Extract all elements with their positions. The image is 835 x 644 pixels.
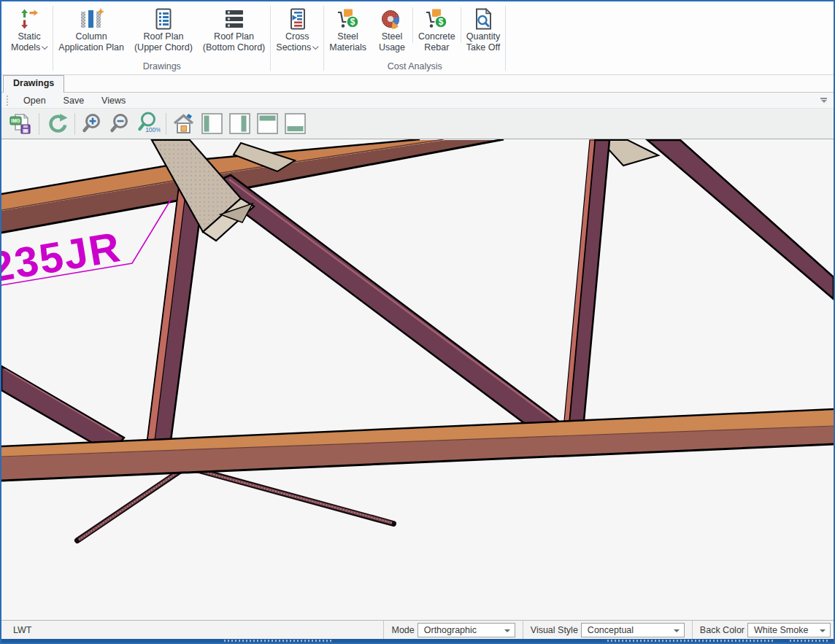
cart-dollar-icon: $ [336, 7, 360, 31]
zoom-in-button[interactable] [79, 110, 107, 138]
refresh-button[interactable] [43, 110, 71, 138]
button-label: Quantity [466, 31, 501, 42]
zoom-out-icon [109, 112, 132, 136]
steel-materials-button[interactable]: $ Steel Materials [324, 1, 372, 61]
ribbon-group-cost-analysis: $ Steel Materials [324, 1, 505, 74]
zoom-100-button[interactable]: 100% [134, 110, 162, 138]
column-application-plan-button[interactable]: Column Application Plan [53, 1, 129, 61]
ribbon-group-label [271, 61, 323, 74]
model-viewport[interactable]: 235JR [1, 139, 834, 620]
button-label: Roof Plan [214, 31, 254, 42]
chevron-down-icon [820, 629, 826, 632]
view-top-pane-icon [256, 112, 279, 135]
toolbar-separator [74, 113, 75, 135]
status-bar: LWT Mode Orthographic Visual Style Conce… [1, 620, 834, 639]
window-bottom-edge [1, 639, 834, 643]
button-label: Steel [382, 31, 403, 42]
ribbon-separator [505, 6, 506, 71]
roof-plan-bottom-chord-button[interactable]: Roof Plan (Bottom Chord) [198, 1, 270, 61]
ribbon-group-static: Static Models [6, 1, 53, 74]
dollar-glyph: $ [439, 17, 444, 27]
truss-diagonal-member [1, 366, 124, 454]
pie-chart-icon [380, 7, 404, 31]
roof-plan-upper-chord-icon [153, 7, 174, 31]
refresh-icon [45, 112, 69, 136]
view-top-pane-button[interactable] [253, 110, 281, 138]
view-left-pane-icon [201, 112, 223, 135]
zoom-100-icon: 100% [136, 112, 161, 136]
back-color-select[interactable]: White Smoke [747, 623, 831, 637]
button-label: Rebar [424, 42, 449, 53]
button-label: Cross [285, 31, 309, 42]
view-right-pane-button[interactable] [226, 110, 253, 138]
steel-usage-button[interactable]: Steel Usage [372, 1, 412, 61]
truss-vertical-member [147, 188, 204, 446]
view-left-pane-button[interactable] [198, 110, 226, 138]
ribbon: Static Models [1, 1, 834, 75]
toolbar-separator [166, 113, 166, 135]
button-label: Sections [276, 42, 311, 53]
tab-bar: Drawings [1, 75, 834, 93]
back-color-value: White Smoke [754, 625, 808, 635]
back-color-label: Back Color [697, 625, 747, 635]
cross-sections-icon [286, 7, 308, 31]
chevron-down-icon [42, 44, 47, 50]
mode-value: Orthographic [424, 625, 477, 635]
roof-plan-upper-chord-button[interactable]: Roof Plan (Upper Chord) [129, 1, 198, 61]
concrete-rebar-button[interactable]: $ Concrete Rebar [413, 1, 461, 61]
truss-drawing: 235JR [1, 139, 834, 620]
button-label: Static [18, 31, 41, 42]
export-image-button[interactable]: IMG [7, 110, 35, 138]
menu-open[interactable]: Open [15, 94, 55, 107]
menu-save[interactable]: Save [55, 94, 93, 107]
toolbar-options-arrow[interactable] [820, 98, 827, 103]
button-label: Take Off [466, 42, 500, 53]
button-label: Concrete [418, 31, 455, 42]
img-badge: IMG [11, 118, 20, 123]
bracing-rod [175, 464, 393, 524]
ribbon-group-label: Drawings [53, 61, 270, 74]
mode-select[interactable]: Orthographic [418, 623, 515, 637]
menu-bar: Open Save Views [1, 93, 834, 109]
button-label: Application Plan [58, 42, 124, 53]
chevron-down-icon [504, 629, 510, 632]
static-models-icon [18, 7, 40, 31]
truss-diagonal-member [647, 140, 834, 299]
app-window: Static Models [0, 0, 835, 644]
truss-diagonal-member [207, 175, 559, 432]
visual-style-select[interactable]: Conceptual [581, 623, 685, 637]
static-models-button[interactable]: Static Models [6, 1, 53, 61]
button-label: (Upper Chord) [134, 42, 193, 53]
cross-sections-button[interactable]: Cross Sections [271, 1, 323, 61]
export-image-icon: IMG [9, 112, 34, 136]
button-label: (Bottom Chord) [203, 42, 265, 53]
visual-style-label: Visual Style [528, 625, 581, 635]
view-bottom-pane-icon [284, 112, 307, 135]
quantity-take-off-button[interactable]: Quantity Take Off [461, 1, 506, 61]
ribbon-group-drawings: Column Application Plan [53, 1, 270, 74]
view-bottom-pane-button[interactable] [281, 110, 309, 138]
zoom-100-label: 100% [145, 126, 161, 133]
button-label: Materials [329, 42, 366, 53]
chevron-down-icon [312, 44, 318, 50]
annotation-text: 235JR [1, 222, 124, 291]
cart-dollar-icon: $ [425, 7, 448, 31]
button-label: Column [76, 31, 107, 42]
button-label: Roof Plan [143, 31, 183, 42]
button-label: Models [11, 42, 40, 53]
ribbon-group-label [6, 61, 53, 74]
ribbon-group-label: Cost Analysis [324, 61, 505, 74]
tab-drawings[interactable]: Drawings [3, 75, 64, 93]
document-magnifier-icon [472, 7, 494, 31]
status-lwt: LWT [13, 625, 379, 635]
ribbon-group-cross-sections: Cross Sections [271, 1, 323, 74]
home-view-button[interactable] [170, 110, 198, 138]
button-label: Steel [337, 31, 358, 42]
roof-plan-bottom-chord-icon [223, 7, 245, 31]
zoom-out-button[interactable] [107, 110, 134, 138]
button-label: Usage [379, 42, 405, 53]
toolbar-grip[interactable] [7, 96, 9, 106]
dollar-glyph: $ [350, 17, 355, 27]
menu-views[interactable]: Views [93, 94, 134, 107]
truss-vertical-member [563, 140, 609, 429]
